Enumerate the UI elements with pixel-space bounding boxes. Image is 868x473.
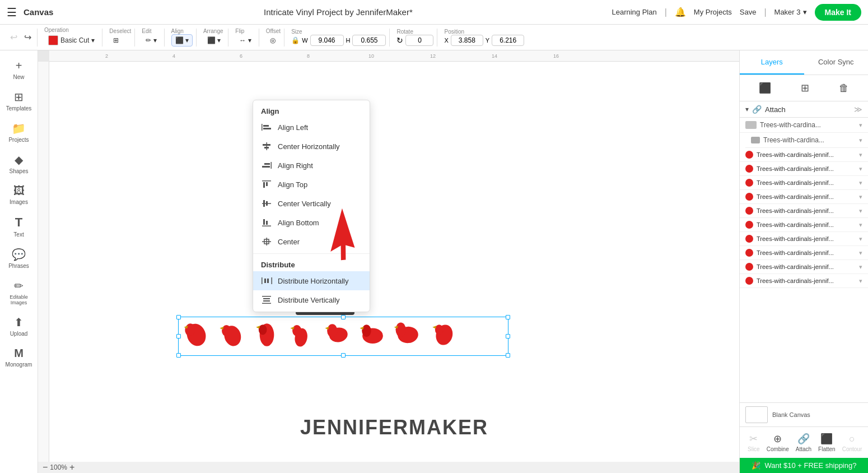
center-item[interactable]: Center [253,232,370,251]
layer-item-1[interactable]: Trees-with-cardinals-jennif... ▾ [740,162,868,176]
blank-canvas-label: Blank Canvas [772,411,810,418]
layer-chevron-9[interactable]: ▾ [859,277,862,285]
layer-item-5[interactable]: Trees-with-cardinals-jennif... ▾ [740,218,868,232]
layer-item-4[interactable]: Trees-with-cardinals-jennif... ▾ [740,204,868,218]
layer-item-2[interactable]: Trees-with-cardinals-jennif... ▾ [740,176,868,190]
deselect-button[interactable]: ⊞ [109,34,131,47]
layer-group-chevron-1[interactable]: ▾ [859,122,862,129]
distribute-horizontally-item[interactable]: Distribute Horizontally [253,271,370,290]
layer-chevron-7[interactable]: ▾ [859,249,862,257]
promo-bar[interactable]: 🎉 Want $10 + FREE shipping? [740,458,868,473]
plus-icon: + [16,59,22,72]
operation-dropdown[interactable]: Basic Cut ▾ [44,33,99,48]
offset-button[interactable]: ◎ [266,34,281,47]
sidebar-item-new[interactable]: + New [2,55,36,85]
flatten-label: Flatten [818,446,836,452]
layer-dot-4 [745,207,753,215]
align-left-item[interactable]: Align Left [253,118,370,137]
slice-button[interactable]: ✂ Slice [744,430,763,455]
sidebar-item-projects-label: Projects [8,137,29,143]
handle-ml[interactable] [176,334,181,338]
sidebar-item-monogram[interactable]: M Monogram [2,342,36,372]
layer-chevron-0[interactable]: ▾ [859,151,862,159]
sidebar-item-upload-label: Upload [10,331,28,337]
group-icon[interactable]: ⊞ [799,80,811,96]
undo-button[interactable]: ↩ [8,31,20,44]
deselect-group: Deselect ⊞ [106,29,135,47]
sidebar-item-shapes[interactable]: ◆ Shapes [2,149,36,179]
layer-item-9[interactable]: Trees-with-cardinals-jennif... ▾ [740,274,868,288]
make-it-button[interactable]: Make It [815,4,861,21]
arrange-button[interactable]: ⬛ ▾ [203,34,225,47]
layer-group-chevron-2[interactable]: ▾ [859,137,862,144]
layer-dot-8 [745,263,753,271]
layer-chevron-3[interactable]: ▾ [859,193,862,201]
layer-chevron-2[interactable]: ▾ [859,179,862,187]
layer-item-3[interactable]: Trees-with-cardinals-jennif... ▾ [740,190,868,204]
bell-icon[interactable]: 🔔 [675,7,686,17]
width-input[interactable] [310,35,344,46]
sidebar-item-templates[interactable]: ⊞ Templates [2,86,36,116]
contour-button[interactable]: ○ Contour [839,431,866,455]
x-input[interactable] [451,35,483,46]
canvas-view-icon[interactable]: ⬛ [757,80,773,96]
center-vertically-item[interactable]: Center Vertically [253,194,370,213]
layer-chevron-1[interactable]: ▾ [859,165,862,173]
height-input[interactable] [352,35,386,46]
layer-item-6[interactable]: Trees-with-cardinals-jennif... ▾ [740,232,868,246]
learning-plan-link[interactable]: Learning Plan [612,8,656,16]
redo-button[interactable]: ↪ [22,31,34,44]
shapes-icon: ◆ [15,153,23,166]
align-top-item[interactable]: Align Top [253,175,370,194]
tab-layers[interactable]: Layers [740,50,804,75]
sidebar-item-upload[interactable]: ⬆ Upload [2,311,36,341]
combine-button[interactable]: ⊕ Combine [763,430,792,455]
save-button[interactable]: Save [740,8,757,16]
y-input[interactable] [492,35,524,46]
delete-icon[interactable]: 🗑 [837,80,851,96]
layer-chevron-5[interactable]: ▾ [859,221,862,229]
zoom-minus-button[interactable]: − [43,462,48,472]
canvas-area[interactable]: 2 4 6 8 10 12 14 16 9.05 i [38,50,739,473]
my-projects-link[interactable]: My Projects [694,8,732,16]
align-right-item[interactable]: Align Right [253,156,370,175]
edit-button[interactable]: ✏ ▾ [142,34,160,47]
sidebar-item-projects[interactable]: 📁 Projects [2,117,36,147]
toolbar: ↩ ↪ Operation Basic Cut ▾ Deselect ⊞ Edi… [0,25,868,50]
attach-chevron-icon[interactable]: ▾ [745,105,749,113]
layer-chevron-6[interactable]: ▾ [859,235,862,243]
svg-rect-45 [262,277,263,284]
distribute-vertically-item[interactable]: Distribute Vertically [253,290,370,309]
flip-button[interactable]: ↔ ▾ [235,34,255,47]
layer-item-7[interactable]: Trees-with-cardinals-jennif... ▾ [740,246,868,260]
handle-bm[interactable] [341,353,346,358]
handle-br[interactable] [506,353,510,358]
hamburger-icon[interactable]: ☰ [7,6,17,19]
layer-chevron-4[interactable]: ▾ [859,207,862,215]
attach-close-icon[interactable]: ≫ [854,105,862,114]
layer-item-0[interactable]: Trees-with-cardinals-jennif... ▾ [740,148,868,162]
flatten-button[interactable]: ⬛ Flatten [815,430,839,455]
maker-select[interactable]: Maker 3 ▾ [774,8,807,16]
sidebar-item-images[interactable]: 🖼 Images [2,180,36,210]
zoom-plus-button[interactable]: + [69,462,74,472]
handle-tl[interactable] [176,315,181,319]
sidebar-item-monogram-label: Monogram [6,361,32,368]
rotate-input[interactable] [405,35,433,46]
handle-tm[interactable] [341,315,346,319]
handle-mr[interactable] [506,334,510,338]
handle-bl[interactable] [176,353,181,358]
handle-tr[interactable] [506,315,510,319]
layer-item-8[interactable]: Trees-with-cardinals-jennif... ▾ [740,260,868,274]
align-button[interactable]: ⬛ ▾ [171,34,193,47]
attach-action-button[interactable]: 🔗 Attach [792,430,815,455]
sidebar-item-phrases[interactable]: 💬 Phrases [2,243,36,273]
layer-chevron-8[interactable]: ▾ [859,263,862,271]
center-horizontally-item[interactable]: Center Horizontally [253,137,370,156]
align-bottom-item[interactable]: Align Bottom [253,213,370,232]
canvas-content[interactable]: 9.05 in x 0.66 in [49,62,739,462]
sidebar-item-editable-images[interactable]: ✏ Editable Images [2,275,36,310]
sidebar-item-text[interactable]: T Text [2,211,36,242]
tab-color-sync[interactable]: Color Sync [804,50,869,75]
svg-point-19 [396,323,406,337]
